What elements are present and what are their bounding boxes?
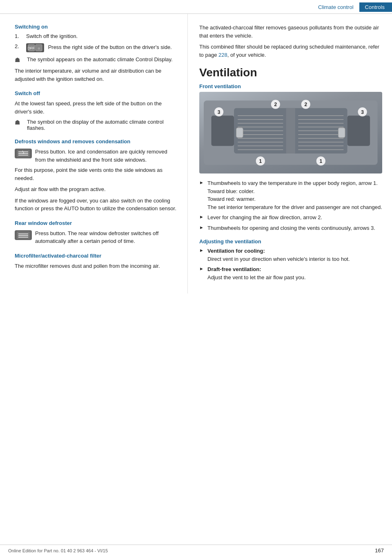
button-icon: OFF ☼ bbox=[26, 43, 44, 52]
charcoal-para1: The activated-charcoal filter removes ga… bbox=[199, 24, 382, 40]
rear-defroster-button-icon bbox=[15, 230, 32, 240]
defrosts-para4: If the windows are fogged over, you can … bbox=[15, 197, 178, 213]
symbol-line-1-text: The symbol appears on the automatic cli­… bbox=[27, 56, 173, 62]
climate-symbol-icon-2: ☗ bbox=[15, 119, 24, 126]
defrosts-heading: Defrosts windows and removes condensatio… bbox=[15, 138, 178, 145]
svg-text:1: 1 bbox=[259, 158, 262, 164]
adj-bullet1-text: Direct vent in your direction when vehic… bbox=[207, 256, 350, 262]
ventilation-diagram: 1 1 2 2 3 3 bbox=[199, 92, 382, 173]
svg-rect-50 bbox=[339, 128, 345, 138]
adjusting-heading: Adjusting the ventilation bbox=[199, 238, 382, 245]
rear-heading: Rear window defroster bbox=[15, 220, 178, 226]
header-controls-label: Controls bbox=[359, 2, 392, 12]
defrosts-para3: Adjust air flow with the program active. bbox=[15, 185, 178, 193]
symbol-line-1: ☗ The symbol appears on the automatic cl… bbox=[15, 56, 178, 64]
bullet1-heading: Thumbwheels to vary the temperature in t… bbox=[207, 180, 378, 186]
svg-text:1: 1 bbox=[320, 158, 323, 164]
front-vent-bullet2: ► Lever for changing the air flow direct… bbox=[199, 214, 382, 222]
footer-text: Online Edition for Part no. 01 40 2 963 … bbox=[8, 548, 108, 553]
rear-btn-text: Press button. The rear window defroster … bbox=[35, 229, 178, 245]
adj-bullet1-content: Ventilation for cooling: Direct vent in … bbox=[207, 247, 382, 263]
front-vent-heading: Front ventilation bbox=[199, 83, 382, 89]
rear-btn-row: Press button. The rear window defroster … bbox=[15, 229, 178, 245]
svg-text:3: 3 bbox=[218, 109, 220, 115]
adj-bullet2-content: Draft-free ventilation: Adjust the vent … bbox=[207, 265, 382, 281]
ignition-para: The interior temperature, air volume and… bbox=[15, 67, 178, 83]
bullet1-sub1: Toward blue: colder. bbox=[207, 188, 255, 194]
page-header: Climate control Controls bbox=[0, 0, 392, 14]
front-vent-bullet1-content: Thumbwheels to vary the temperature in t… bbox=[207, 179, 382, 211]
page-228-link[interactable]: 228 bbox=[218, 52, 227, 58]
step-1: 1. Switch off the ignition. bbox=[15, 33, 178, 39]
bullet-arrow-icon-5: ► bbox=[199, 265, 205, 271]
defrosts-btn-row: Press button. Ice and condensation are q… bbox=[15, 148, 178, 164]
step-2-num: 2. bbox=[15, 43, 26, 49]
step-1-text: Switch off the ignition. bbox=[26, 33, 178, 39]
svg-rect-8 bbox=[17, 231, 30, 239]
adj-bullet2-text: Adjust the vent to let the air flow past… bbox=[207, 274, 306, 280]
step-2-text: Press the right side of the button on th… bbox=[48, 44, 172, 50]
bullet-arrow-icon-4: ► bbox=[199, 247, 205, 253]
svg-rect-15 bbox=[347, 116, 370, 146]
page-footer: Online Edition for Part no. 01 40 2 963 … bbox=[0, 545, 392, 556]
defrosts-btn-label: Press button. Ice and condensation are q… bbox=[35, 148, 178, 164]
svg-rect-16 bbox=[286, 108, 295, 153]
step-1-num: 1. bbox=[15, 33, 26, 39]
symbol-line-2: ☗ The symbol on the display of the autom… bbox=[15, 119, 178, 131]
switch-off-para: At the lowest fan speed, press the left … bbox=[15, 100, 178, 116]
svg-rect-49 bbox=[236, 128, 243, 138]
front-vent-bullet1: ► Thumbwheels to vary the temperature in… bbox=[199, 179, 382, 211]
ventilation-title: Ventilation bbox=[199, 66, 382, 79]
micro-heading: Microfilter/activated-charcoal filter bbox=[15, 253, 178, 259]
adj-bullet1: ► Ventilation for cooling: Direct vent i… bbox=[199, 247, 382, 263]
bullet1-sub3: The set interior temperature for the dri… bbox=[207, 204, 382, 210]
micro-para: The microfilter removes dust and pollen … bbox=[15, 262, 178, 270]
bullet-arrow-icon-3: ► bbox=[199, 224, 205, 230]
front-vent-bullet3-content: Thumbwheels for opening and closing the … bbox=[207, 224, 382, 232]
defroster-button-icon bbox=[15, 149, 32, 158]
header-climate-label: Climate control bbox=[318, 4, 359, 10]
right-column: The activated-charcoal filter removes ga… bbox=[188, 14, 392, 294]
front-vent-bullet2-content: Lever for changing the air flow directio… bbox=[207, 214, 382, 222]
switching-on-heading: Switching on bbox=[15, 24, 178, 30]
main-content: Switching on 1. Switch off the ignition.… bbox=[0, 14, 392, 294]
left-column: Switching on 1. Switch off the ignition.… bbox=[0, 14, 188, 294]
adj-bullet2-heading: Draft-free ventilation: bbox=[207, 266, 261, 272]
defrosts-icon bbox=[15, 148, 35, 158]
step-2-content: OFF ☼ Press the right side of the button… bbox=[26, 43, 178, 52]
page-number: 167 bbox=[375, 547, 384, 554]
svg-text:2: 2 bbox=[274, 102, 277, 107]
svg-text:2: 2 bbox=[305, 102, 307, 107]
adj-bullet1-heading: Ventilation for cooling: bbox=[207, 248, 265, 254]
climate-symbol-icon: ☗ bbox=[15, 56, 24, 64]
charcoal-para2-end: , of your vehicle. bbox=[227, 52, 266, 58]
switch-off-heading: Switch off bbox=[15, 90, 178, 96]
symbol-line-2-text: The symbol on the display of the automat… bbox=[27, 119, 178, 131]
bullet-arrow-icon-1: ► bbox=[199, 179, 205, 185]
bullet-arrow-icon-2: ► bbox=[199, 214, 205, 219]
step-2: 2. OFF ☼ Press the right side of the but… bbox=[15, 43, 178, 52]
charcoal-para2: This combined filter should be replaced … bbox=[199, 43, 382, 59]
front-vent-bullet3: ► Thumbwheels for opening and closing th… bbox=[199, 224, 382, 232]
bullet1-sub2: Toward red: warmer. bbox=[207, 196, 256, 202]
svg-text:☼: ☼ bbox=[37, 46, 40, 50]
svg-text:3: 3 bbox=[361, 109, 364, 115]
svg-rect-14 bbox=[212, 116, 234, 146]
rear-icon bbox=[15, 229, 35, 240]
defrosts-para2: For this purpose, point the side vents o… bbox=[15, 166, 178, 182]
adj-bullet2: ► Draft-free ventilation: Adjust the ven… bbox=[199, 265, 382, 281]
svg-text:OFF: OFF bbox=[28, 46, 35, 50]
